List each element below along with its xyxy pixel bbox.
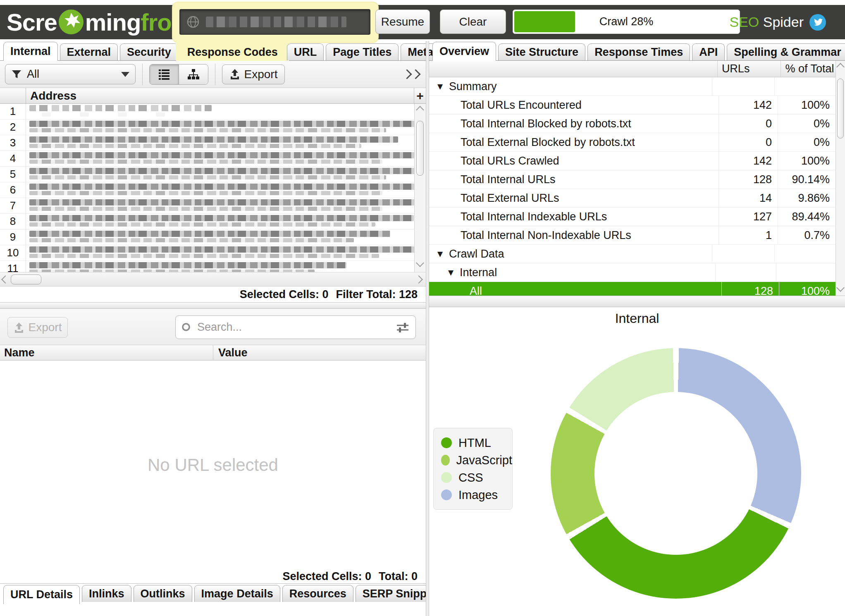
table-row[interactable]: 4 — [0, 151, 426, 167]
urls-column-header[interactable]: URLs — [717, 61, 781, 77]
tab-url[interactable]: URL — [287, 43, 324, 60]
overview-group-internal[interactable]: ▼Internal — [429, 263, 835, 282]
add-column-button[interactable]: + — [414, 88, 426, 103]
panel-splitter[interactable] — [0, 302, 426, 309]
tab-site-structure[interactable]: Site Structure — [498, 43, 585, 60]
redacted-line — [29, 160, 382, 164]
overview-row-label: Total Internal URLs — [461, 173, 556, 186]
panel-divider[interactable] — [426, 41, 429, 616]
table-row[interactable]: 8 — [0, 214, 426, 229]
tab-response-codes[interactable]: Response Codes — [180, 43, 285, 60]
overview-row-total-external-urls[interactable]: Total External URLs149.86% — [429, 189, 835, 208]
tab-image-details[interactable]: Image Details — [194, 585, 280, 602]
overview-row-label: Total URLs Encountered — [461, 99, 582, 112]
overview-row-label: Internal — [460, 266, 497, 279]
vertical-scroll-thumb[interactable] — [416, 121, 424, 176]
tab-inlinks[interactable]: Inlinks — [82, 585, 131, 602]
overview-group-crawl-data[interactable]: ▼Crawl Data — [429, 245, 835, 263]
overview-pct-value: 90.14% — [778, 170, 835, 189]
overview-row-label-cell: Total External URLs — [429, 189, 718, 207]
address-table-vertical-scrollbar[interactable] — [414, 104, 426, 272]
toolbar-separator — [142, 64, 143, 85]
overview-row-total-external-blocked-by-robots-txt[interactable]: Total External Blocked by robots.txt00% — [429, 133, 835, 152]
address-table-header: Address + — [0, 88, 426, 104]
redacted-line — [29, 121, 426, 127]
export-button[interactable]: Export — [222, 64, 285, 84]
overview-row-total-internal-non-indexable-urls[interactable]: Total Internal Non-Indexable URLs10.7% — [429, 226, 835, 245]
address-column-header[interactable]: Address — [26, 88, 414, 103]
list-view-button[interactable] — [150, 64, 179, 84]
table-row[interactable]: 1 — [0, 104, 426, 119]
tab-page-titles[interactable]: Page Titles — [326, 43, 399, 60]
tab-outlinks[interactable]: Outlinks — [134, 585, 192, 602]
tab-overview[interactable]: Overview — [432, 42, 496, 61]
resume-button[interactable]: Resume — [375, 10, 430, 34]
search-input[interactable] — [196, 320, 391, 334]
legend-item-css: CSS — [441, 469, 512, 486]
url-input[interactable] — [179, 9, 370, 35]
scroll-down-icon[interactable] — [838, 285, 843, 291]
filter-sliders-icon[interactable] — [396, 322, 410, 333]
scroll-right-icon[interactable] — [416, 277, 422, 282]
address-cell-redacted — [26, 198, 426, 213]
tree-view-button[interactable] — [179, 64, 208, 84]
value-column-header[interactable]: Value — [213, 346, 248, 359]
name-column-header[interactable]: Name — [0, 345, 213, 360]
bottom-tab-bar: URL DetailsInlinksOutlinksImage DetailsR… — [0, 583, 426, 604]
filter-value: All — [22, 68, 121, 81]
overview-row-total-internal-indexable-urls[interactable]: Total Internal Indexable URLs12789.44% — [429, 208, 835, 226]
overview-urls-value: 128 — [718, 170, 778, 189]
table-row[interactable]: 5 — [0, 167, 426, 182]
scroll-up-icon[interactable] — [417, 107, 423, 113]
overview-row-label: Total URLs Crawled — [461, 155, 559, 167]
no-url-selected-message: No URL selected — [148, 455, 278, 475]
tab-response-times[interactable]: Response Times — [587, 43, 690, 60]
vertical-scroll-thumb[interactable] — [837, 79, 844, 138]
scroll-down-icon[interactable] — [417, 260, 423, 266]
expand-panel-button[interactable] — [403, 71, 419, 78]
overview-pct-value: 0.7% — [778, 226, 835, 244]
tab-api[interactable]: API — [692, 43, 725, 60]
scroll-left-icon[interactable] — [2, 277, 8, 282]
overview-group-summary[interactable]: ▼Summary — [429, 77, 835, 96]
table-row[interactable]: 3 — [0, 135, 426, 151]
collapse-caret-icon[interactable]: ▼ — [437, 82, 443, 91]
redacted-line — [29, 215, 414, 221]
filter-dropdown[interactable]: All — [5, 64, 136, 84]
tab-url-details[interactable]: URL Details — [3, 585, 80, 604]
address-table-horizontal-scrollbar[interactable] — [0, 272, 426, 287]
table-row[interactable]: 6 — [0, 182, 426, 198]
redacted-url-blur — [29, 246, 418, 258]
twitter-icon[interactable] — [809, 14, 826, 31]
table-row[interactable]: 2 — [0, 119, 426, 135]
clear-button[interactable]: Clear — [440, 10, 506, 34]
collapse-caret-icon[interactable]: ▼ — [448, 268, 454, 277]
overview-vertical-scrollbar[interactable] — [835, 61, 845, 296]
collapse-caret-icon[interactable]: ▼ — [437, 250, 443, 258]
tab-spelling-grammar[interactable]: Spelling & Grammar — [727, 43, 845, 60]
scroll-up-icon[interactable] — [838, 64, 843, 70]
url-redacted-text — [206, 17, 346, 27]
tab-internal[interactable]: Internal — [3, 42, 58, 61]
details-table-header: Name Value — [0, 345, 426, 361]
overview-row-total-internal-blocked-by-robots-txt[interactable]: Total Internal Blocked by robots.txt00% — [429, 115, 835, 133]
tab-resources[interactable]: Resources — [282, 585, 353, 602]
row-number: 7 — [0, 198, 26, 213]
table-row[interactable]: 10 — [0, 245, 426, 261]
table-row[interactable]: 9 — [0, 229, 426, 245]
redacted-line — [29, 262, 346, 268]
details-export-button[interactable]: Export — [7, 317, 68, 338]
row-number: 1 — [0, 104, 26, 119]
redacted-line — [29, 238, 354, 242]
legend-color-dot — [441, 472, 452, 483]
table-row[interactable]: 7 — [0, 198, 426, 214]
panel-splitter[interactable] — [429, 296, 845, 307]
tab-external[interactable]: External — [60, 43, 118, 60]
overview-row-total-urls-encountered[interactable]: Total URLs Encountered142100% — [429, 96, 835, 115]
details-toolbar: Export — [0, 309, 426, 345]
overview-row-total-urls-crawled[interactable]: Total URLs Crawled142100% — [429, 152, 835, 170]
horizontal-scroll-thumb[interactable] — [11, 275, 41, 284]
redacted-line — [29, 175, 386, 179]
tab-security[interactable]: Security — [120, 43, 178, 60]
overview-row-total-internal-urls[interactable]: Total Internal URLs12890.14% — [429, 170, 835, 189]
